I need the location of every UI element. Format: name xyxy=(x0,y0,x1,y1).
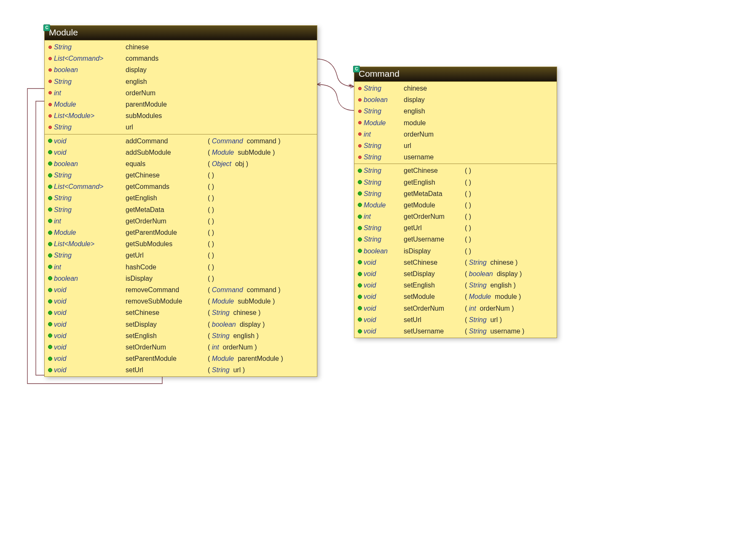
params: ( ) xyxy=(208,192,214,204)
attr-name: chinese xyxy=(404,83,427,94)
method-row[interactable]: ModulegetParentModule( ) xyxy=(45,227,317,238)
method-row[interactable]: List<Command>getCommands( ) xyxy=(45,181,317,192)
return-type: boolean xyxy=(54,158,126,169)
params: ( String chinese ) xyxy=(465,257,517,268)
method-row[interactable]: voidsetUrl( String url ) xyxy=(45,364,317,376)
method-row[interactable]: intgetOrderNum( ) xyxy=(45,215,317,227)
attribute-row[interactable]: booleandisplay xyxy=(45,64,317,75)
method-row[interactable]: voidsetOrderNum( int orderNum ) xyxy=(45,341,317,353)
param-type: String xyxy=(469,328,487,335)
method-row[interactable]: List<Module>getSubModules( ) xyxy=(45,238,317,250)
return-type: boolean xyxy=(364,245,404,257)
params: ( int orderNum ) xyxy=(208,341,257,353)
method-row[interactable]: voidsetEnglish( String english ) xyxy=(354,279,557,291)
method-row[interactable]: StringgetUrl( ) xyxy=(45,250,317,261)
attribute-row[interactable]: Stringurl xyxy=(45,121,317,133)
method-row[interactable]: StringgetEnglish( ) xyxy=(354,177,557,188)
method-row[interactable]: booleanequals( Object obj ) xyxy=(45,158,317,169)
param-type: int xyxy=(212,344,219,351)
params: ( ) xyxy=(208,273,214,284)
method-row[interactable]: voidremoveCommand( Command command ) xyxy=(45,284,317,296)
class-command[interactable]: C Command StringchinesebooleandisplayStr… xyxy=(354,67,557,338)
attribute-row[interactable]: intorderNum xyxy=(45,87,317,99)
method-row[interactable]: booleanisDisplay( ) xyxy=(354,245,557,257)
method-row[interactable]: StringgetMetaData( ) xyxy=(45,204,317,215)
class-module[interactable]: C Module StringchineseList<Command>comma… xyxy=(44,25,317,377)
attr-type: List<Command> xyxy=(54,53,126,64)
params: ( Command command ) xyxy=(208,284,281,296)
attr-name: module xyxy=(404,117,426,129)
method-row[interactable]: ModulegetModule( ) xyxy=(354,199,557,211)
method-row[interactable]: voidsetUrl( String url ) xyxy=(354,314,557,325)
method-row[interactable]: inthashCode( ) xyxy=(45,261,317,273)
visibility-icon xyxy=(356,121,364,124)
attribute-row[interactable]: List<Module>subModules xyxy=(45,110,317,121)
param-name: username xyxy=(490,328,520,335)
attribute-row[interactable]: Stringurl xyxy=(354,140,557,151)
visibility-icon xyxy=(46,276,54,280)
params: ( ) xyxy=(208,227,214,238)
attr-type: String xyxy=(54,121,126,133)
method-row[interactable]: StringgetUsername( ) xyxy=(354,234,557,245)
attribute-row[interactable]: ModuleparentModule xyxy=(45,99,317,110)
visibility-icon xyxy=(356,306,364,310)
attribute-row[interactable]: List<Command>commands xyxy=(45,53,317,64)
return-type: void xyxy=(54,296,126,307)
visibility-icon xyxy=(356,87,364,90)
method-name: setUsername xyxy=(404,325,465,337)
attribute-row[interactable]: booleandisplay xyxy=(354,94,557,105)
return-type: String xyxy=(364,165,404,176)
method-row[interactable]: voidsetUsername( String username ) xyxy=(354,325,557,337)
return-type: void xyxy=(364,279,404,291)
param-type: Module xyxy=(212,355,234,362)
attr-name: url xyxy=(404,140,411,151)
method-row[interactable]: voidsetChinese( String chinese ) xyxy=(45,307,317,318)
method-row[interactable]: StringgetUrl( ) xyxy=(354,222,557,234)
method-row[interactable]: voidremoveSubModule( Module subModule ) xyxy=(45,296,317,307)
method-name: setOrderNum xyxy=(404,303,465,314)
visibility-icon xyxy=(46,185,54,189)
method-row[interactable]: booleanisDisplay( ) xyxy=(45,273,317,284)
return-type: Module xyxy=(364,199,404,211)
visibility-icon xyxy=(46,126,54,129)
params: ( Command command ) xyxy=(208,135,281,147)
params: ( ) xyxy=(208,169,214,181)
method-row[interactable]: voidsetDisplay( boolean display ) xyxy=(354,268,557,279)
method-row[interactable]: voidsetChinese( String chinese ) xyxy=(354,257,557,268)
visibility-icon xyxy=(46,253,54,258)
visibility-icon xyxy=(46,150,54,154)
attributes-section: StringchineseList<Command>commandsboolea… xyxy=(45,40,317,134)
method-row[interactable]: voidaddSubModule( Module subModule ) xyxy=(45,147,317,158)
attribute-row[interactable]: Stringenglish xyxy=(45,76,317,87)
method-row[interactable]: StringgetMetaData( ) xyxy=(354,188,557,199)
method-row[interactable]: voidsetParentModule( Module parentModule… xyxy=(45,353,317,364)
method-row[interactable]: intgetOrderNum( ) xyxy=(354,211,557,222)
method-row[interactable]: voidsetDisplay( boolean display ) xyxy=(45,319,317,330)
param-type: boolean xyxy=(212,321,236,328)
visibility-icon xyxy=(356,98,364,102)
method-row[interactable]: voidsetEnglish( String english ) xyxy=(45,330,317,341)
visibility-icon xyxy=(356,110,364,113)
visibility-icon xyxy=(46,333,54,338)
class-name: Command xyxy=(359,69,399,78)
method-row[interactable]: StringgetChinese( ) xyxy=(354,165,557,176)
method-row[interactable]: StringgetChinese( ) xyxy=(45,169,317,181)
params: ( Object obj ) xyxy=(208,158,248,169)
params: ( ) xyxy=(208,261,214,273)
method-row[interactable]: voidaddCommand( Command command ) xyxy=(45,135,317,147)
attribute-row[interactable]: Stringchinese xyxy=(45,41,317,53)
attribute-row[interactable]: Stringusername xyxy=(354,151,557,163)
attribute-row[interactable]: intorderNum xyxy=(354,129,557,140)
method-name: setChinese xyxy=(126,307,208,318)
attribute-row[interactable]: Modulemodule xyxy=(354,117,557,129)
visibility-icon xyxy=(46,368,54,372)
attribute-row[interactable]: Stringenglish xyxy=(354,105,557,117)
method-row[interactable]: StringgetEnglish( ) xyxy=(45,192,317,204)
attribute-row[interactable]: Stringchinese xyxy=(354,83,557,94)
params: ( boolean display ) xyxy=(208,319,265,330)
return-type: void xyxy=(54,353,126,364)
params: ( String url ) xyxy=(465,314,502,325)
class-icon: C xyxy=(353,66,360,73)
method-row[interactable]: voidsetModule( Module module ) xyxy=(354,291,557,302)
method-row[interactable]: voidsetOrderNum( int orderNum ) xyxy=(354,303,557,314)
